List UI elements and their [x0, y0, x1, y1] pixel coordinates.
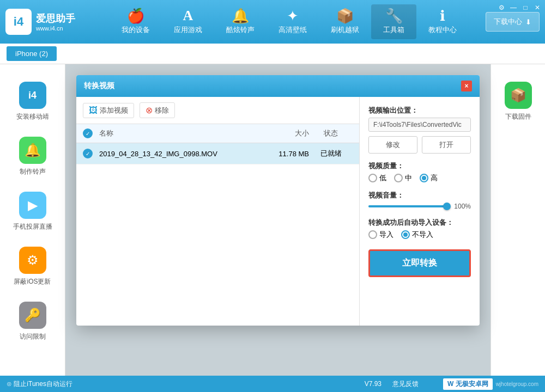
nav-toolbox[interactable]: 🔧 工具箱: [371, 4, 416, 39]
table-header: ✓ 名称 大小 状态: [76, 124, 359, 143]
block-ios-icon: ⚙: [19, 247, 46, 274]
subnav: iPhone (2): [0, 44, 545, 64]
download-arrow-icon: ⬇: [525, 18, 531, 26]
sidebar: i4 安装移动靖 🔔 制作铃声 ▶ 手机投屏直播 ⚙ 屏蔽iOS更新 🔑 访问限…: [0, 64, 65, 376]
quality-mid-option[interactable]: 中: [394, 173, 412, 183]
output-path-input[interactable]: [368, 118, 471, 132]
jailbreak-icon: 📦: [336, 9, 354, 23]
install-mobile-icon: i4: [19, 82, 46, 109]
watermark: W 无极安卓网: [443, 378, 493, 390]
statusbar: ⊙ 阻止iTunes自动运行 V7.93 意见反馈 W 无极安卓网 wjhote…: [0, 376, 545, 392]
watermark-brand: W 无极安卓网: [447, 379, 488, 389]
modal-overlay: 转换视频 × 🖼 添加视频: [65, 64, 491, 376]
nav-jailbreak[interactable]: 📦 刷机越狱: [319, 4, 371, 39]
maximize-icon[interactable]: □: [521, 3, 530, 12]
download-center-button[interactable]: 下载中心 ⬇: [486, 12, 540, 32]
row-check: ✓: [83, 149, 99, 158]
row-filesize: 11.78 MB: [255, 150, 309, 158]
add-video-button[interactable]: 🖼 添加视频: [83, 103, 134, 118]
remove-icon: ⊗: [146, 105, 153, 115]
quality-label: 视频质量：: [368, 161, 471, 171]
video-volume-section: 视频音量： 100%: [368, 191, 471, 210]
header-check-icon: ✓: [83, 128, 93, 138]
import-no-option[interactable]: 不导入: [401, 230, 433, 240]
content-area: 转换视频 × 🖼 添加视频: [65, 64, 491, 376]
close-icon[interactable]: ✕: [533, 3, 542, 12]
settings-icon[interactable]: ⚙: [497, 3, 506, 12]
modal-left-panel: 🖼 添加视频 ⊗ 移除 ✓: [76, 97, 360, 326]
header-check: ✓: [83, 128, 99, 138]
status-right: V7.93 意见反馈 W 无极安卓网 wjhotelgroup.com: [365, 376, 538, 392]
volume-label: 视频音量：: [368, 191, 471, 200]
sidebar-item-access-limit[interactable]: 🔑 访问限制: [0, 295, 65, 348]
import-yes-option[interactable]: 导入: [368, 230, 393, 240]
import-no-dot: [403, 232, 408, 237]
header-size: 大小: [255, 128, 309, 138]
watermark-url: wjhotelgroup.com: [496, 381, 538, 387]
window-controls: ⚙ — □ ✕: [497, 3, 542, 12]
toolbox-icon: 🔧: [385, 9, 403, 23]
main-content: i4 安装移动靖 🔔 制作铃声 ▶ 手机投屏直播 ⚙ 屏蔽iOS更新 🔑 访问限…: [0, 64, 545, 376]
ringtones-icon: 🔔: [232, 9, 249, 23]
quality-mid-radio: [394, 174, 403, 182]
right-panel: 📦 下载固件: [491, 64, 545, 376]
modal-body: 🖼 添加视频 ⊗ 移除 ✓: [76, 97, 480, 326]
nav-my-device[interactable]: 🍎 我的设备: [110, 4, 162, 39]
topbar: i4 爱思助手 www.i4.cn 🍎 我的设备 A 应用游戏 🔔 酷炫铃声 ✦…: [0, 0, 545, 44]
quality-options: 低 中 高: [368, 173, 471, 183]
output-path-section: 视频输出位置： 修改 打开: [368, 106, 471, 154]
header-status: 状态: [309, 128, 353, 138]
sidebar-item-ringtone[interactable]: 🔔 制作铃声: [0, 130, 65, 183]
download-firmware-icon: 📦: [505, 82, 532, 109]
tutorials-icon: ℹ: [440, 9, 445, 23]
volume-value: 100%: [451, 203, 471, 210]
main-nav: 🍎 我的设备 A 应用游戏 🔔 酷炫铃声 ✦ 高清壁纸 📦 刷机越狱 🔧 工具箱…: [93, 4, 486, 39]
ringtone-icon: 🔔: [19, 137, 46, 164]
sidebar-item-block-ios[interactable]: ⚙ 屏蔽iOS更新: [0, 240, 65, 293]
header-name: 名称: [99, 128, 255, 138]
import-section: 转换成功后自动导入设备： 导入 不导入: [368, 218, 471, 240]
modal-header: 转换视频 ×: [76, 75, 480, 97]
logo-icon: i4: [5, 9, 32, 35]
nav-wallpaper[interactable]: ✦ 高清壁纸: [267, 4, 319, 39]
file-table: ✓ 名称 大小 状态: [76, 124, 359, 326]
import-yes-radio: [368, 230, 377, 239]
convert-now-button[interactable]: 立即转换: [368, 249, 471, 277]
import-no-radio: [401, 230, 410, 239]
quality-high-radio: [420, 174, 428, 182]
open-path-button[interactable]: 打开: [422, 136, 471, 154]
device-tab[interactable]: iPhone (2): [7, 46, 57, 61]
nav-ringtones[interactable]: 🔔 酷炫铃声: [214, 4, 267, 39]
import-label: 转换成功后自动导入设备：: [368, 218, 471, 228]
modify-path-button[interactable]: 修改: [368, 136, 417, 154]
quality-low-radio: [368, 174, 377, 182]
quality-low-option[interactable]: 低: [368, 173, 386, 183]
minimize-icon[interactable]: —: [509, 3, 518, 12]
modal-right-panel: 视频输出位置： 修改 打开: [360, 97, 480, 326]
access-limit-icon: 🔑: [19, 302, 46, 329]
row-filename: 2019_04_28_13_42_IMG_0998.MOV: [99, 150, 255, 158]
my-device-icon: 🍎: [127, 9, 144, 23]
right-item-download-firmware[interactable]: 📦 下载固件: [491, 75, 545, 128]
volume-slider-fill: [368, 205, 447, 207]
volume-slider-container: 100%: [368, 203, 471, 210]
nav-app-games[interactable]: A 应用游戏: [162, 4, 214, 39]
table-row[interactable]: ✓ 2019_04_28_13_42_IMG_0998.MOV 11.78 MB…: [76, 143, 359, 164]
remove-button[interactable]: ⊗ 移除: [140, 102, 175, 118]
import-options: 导入 不导入: [368, 230, 471, 240]
status-left: ⊙ 阻止iTunes自动运行: [7, 379, 72, 389]
nav-tutorials[interactable]: ℹ 教程中心: [416, 4, 469, 39]
modal-toolbar: 🖼 添加视频 ⊗ 移除: [76, 97, 359, 124]
volume-slider-thumb[interactable]: [443, 203, 451, 210]
wallpaper-icon: ✦: [287, 9, 299, 23]
output-path-label: 视频输出位置：: [368, 106, 471, 115]
modal-close-button[interactable]: ×: [461, 81, 472, 91]
sidebar-item-mirror[interactable]: ▶ 手机投屏直播: [0, 185, 65, 238]
app-games-icon: A: [183, 9, 193, 23]
convert-video-modal: 转换视频 × 🖼 添加视频: [76, 75, 480, 326]
sidebar-item-install-mobile[interactable]: i4 安装移动靖: [0, 75, 65, 128]
video-quality-section: 视频质量： 低 中: [368, 161, 471, 183]
watermark-area: W 无极安卓网 wjhotelgroup.com: [429, 376, 538, 392]
quality-high-option[interactable]: 高: [420, 173, 438, 183]
add-icon: 🖼: [89, 106, 98, 115]
